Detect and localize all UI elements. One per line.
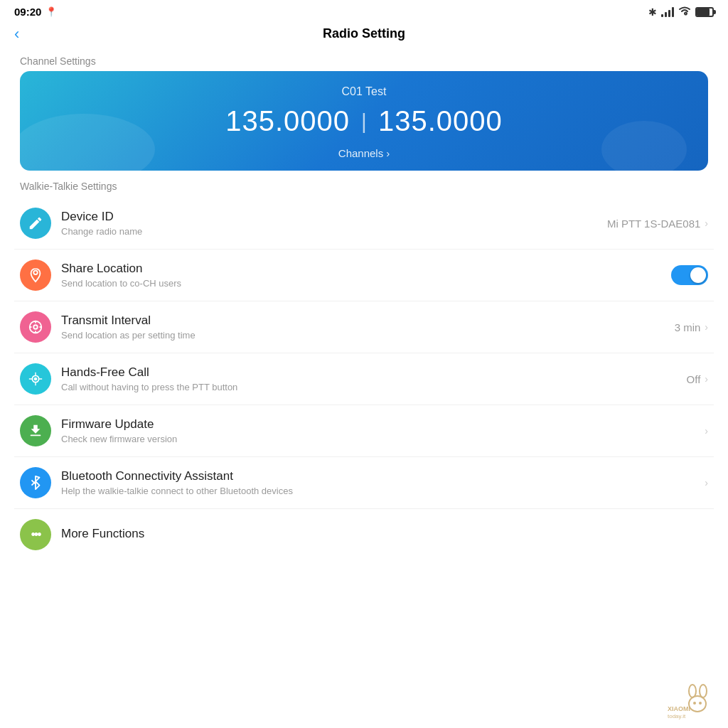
battery-icon [695, 7, 714, 17]
channel-frequencies: 135.0000 | 135.0000 [37, 105, 691, 137]
svg-point-2 [33, 325, 38, 329]
more-functions-icon-circle: ••• [20, 519, 51, 550]
svg-text:XIAOMI: XIAOMI [668, 705, 690, 712]
freq-value-2: 135.0000 [378, 105, 503, 137]
bluetooth-subtitle: Help the walkie-talkie connect to other … [61, 486, 705, 496]
settings-item-bluetooth[interactable]: Bluetooth Connectivity Assistant Help th… [14, 457, 714, 509]
hands-free-chevron-icon: › [705, 373, 708, 385]
bluetooth-status-icon: ✱ [648, 6, 657, 18]
firmware-update-icon-circle [20, 415, 51, 446]
channel-card[interactable]: C01 Test 135.0000 | 135.0000 Channels › [20, 71, 708, 171]
firmware-update-right: › [705, 425, 708, 437]
settings-item-firmware-update[interactable]: Firmware Update Check new firmware versi… [14, 405, 714, 457]
svg-point-0 [33, 271, 38, 275]
settings-list: Device ID Change radio name Mi PTT 1S-DA… [0, 198, 728, 560]
hands-free-content: Hands-Free Call Call without having to p… [61, 365, 687, 392]
transmit-interval-icon-circle [20, 311, 51, 343]
share-location-icon-circle [20, 259, 51, 291]
svg-point-13 [689, 696, 706, 712]
channel-name: C01 Test [37, 85, 691, 98]
bluetooth-chevron-icon: › [705, 477, 708, 488]
transmit-interval-value: 3 min › [675, 321, 708, 333]
device-id-value: Mi PTT 1S-DAE081 › [607, 218, 708, 230]
firmware-update-title: Firmware Update [61, 417, 705, 432]
device-id-subtitle: Change radio name [61, 226, 607, 237]
wifi-icon [678, 6, 691, 18]
svg-point-14 [693, 702, 696, 705]
share-location-subtitle: Send location to co-CH users [61, 278, 671, 289]
settings-item-more-functions[interactable]: ••• More Functions [14, 509, 714, 560]
svg-text:today.it: today.it [668, 713, 686, 719]
transmit-interval-title: Transmit Interval [61, 314, 675, 328]
share-location-toggle[interactable] [671, 265, 708, 285]
device-id-icon-circle [20, 208, 51, 239]
hands-free-icon-circle [20, 363, 51, 395]
more-functions-content: More Functions [61, 527, 708, 543]
device-id-title: Device ID [61, 210, 607, 224]
device-id-content: Device ID Change radio name [61, 210, 607, 237]
settings-item-hands-free[interactable]: Hands-Free Call Call without having to p… [14, 353, 714, 405]
back-button[interactable]: ‹ [14, 25, 19, 43]
freq-divider: | [361, 109, 367, 134]
share-location-title: Share Location [61, 262, 671, 276]
device-id-chevron-icon: › [705, 218, 708, 229]
transmit-interval-chevron-icon: › [705, 321, 708, 333]
watermark: XIAOMI today.it [664, 684, 714, 722]
settings-item-transmit-interval[interactable]: Transmit Interval Send location as per s… [14, 301, 714, 353]
walkie-talkie-section-label: Walkie-Talkie Settings [0, 171, 728, 198]
status-icons: ✱ [648, 6, 714, 18]
bluetooth-icon-circle [20, 467, 51, 498]
hands-free-value: Off › [687, 373, 708, 385]
firmware-update-content: Firmware Update Check new firmware versi… [61, 417, 705, 444]
svg-point-8 [34, 378, 38, 381]
more-functions-title: More Functions [61, 527, 708, 541]
transmit-interval-content: Transmit Interval Send location as per s… [61, 314, 675, 341]
bluetooth-content: Bluetooth Connectivity Assistant Help th… [61, 469, 705, 496]
signal-icon [661, 7, 674, 17]
bluetooth-right: › [705, 477, 708, 488]
channels-link[interactable]: Channels › [37, 147, 691, 159]
channel-section-label: Channel Settings [0, 50, 728, 71]
status-time: 09:20 📍 [14, 6, 57, 18]
page-title: Radio Setting [323, 26, 405, 41]
settings-item-share-location[interactable]: Share Location Send location to co-CH us… [14, 250, 714, 301]
firmware-update-chevron-icon: › [705, 425, 708, 437]
hands-free-subtitle: Call without having to press the PTT but… [61, 382, 687, 392]
firmware-update-subtitle: Check new firmware version [61, 434, 705, 444]
status-bar: 09:20 📍 ✱ [0, 0, 728, 21]
svg-point-12 [700, 685, 707, 697]
toggle-knob [690, 267, 706, 283]
freq-value-1: 135.0000 [225, 105, 350, 137]
transmit-interval-subtitle: Send location as per setting time [61, 330, 675, 341]
location-pin-icon: 📍 [46, 6, 57, 17]
channels-chevron-icon: › [386, 147, 390, 159]
bluetooth-title: Bluetooth Connectivity Assistant [61, 469, 705, 483]
share-location-right[interactable] [671, 265, 708, 285]
hands-free-title: Hands-Free Call [61, 365, 687, 380]
settings-item-device-id[interactable]: Device ID Change radio name Mi PTT 1S-DA… [14, 198, 714, 250]
nav-header: ‹ Radio Setting [0, 21, 728, 50]
svg-point-15 [699, 702, 702, 705]
share-location-content: Share Location Send location to co-CH us… [61, 262, 671, 289]
svg-point-11 [689, 685, 696, 697]
